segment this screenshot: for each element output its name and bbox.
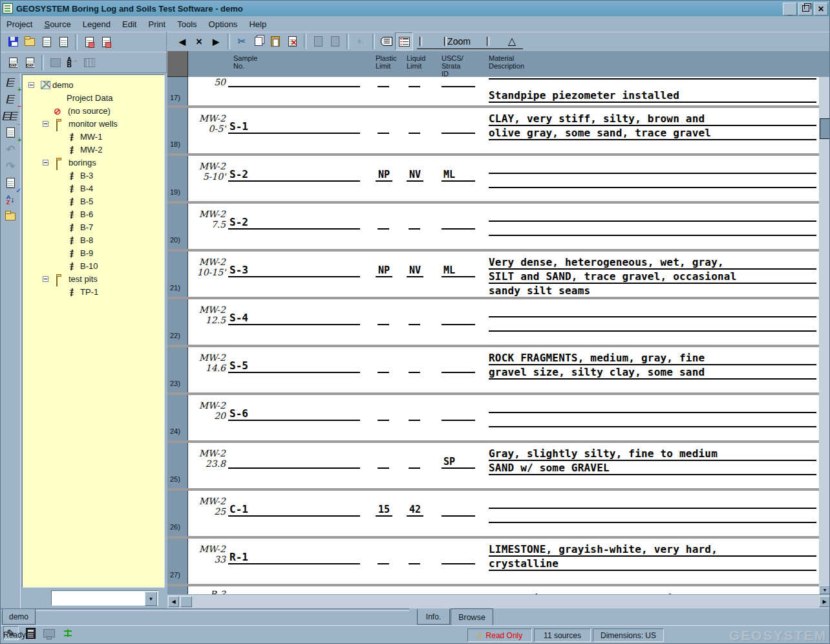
menu-tools[interactable]: Tools bbox=[171, 17, 202, 31]
delete-page-button[interactable] bbox=[284, 33, 301, 50]
tree-item-monitor-wells[interactable]: monitor wells bbox=[23, 118, 164, 131]
sample-no-cell[interactable]: S-4 bbox=[228, 307, 360, 325]
table-row[interactable]: 21)MW-210-15'S-3NPNVMLVery dense, hetero… bbox=[167, 249, 819, 297]
uscs-cell[interactable] bbox=[442, 116, 475, 134]
tree-expander-icon[interactable] bbox=[43, 160, 48, 166]
source-filter-combobox[interactable]: ▼ bbox=[51, 590, 158, 606]
liquid-limit-cell[interactable] bbox=[409, 451, 420, 469]
open-button[interactable] bbox=[21, 34, 38, 50]
uscs-cell[interactable] bbox=[442, 546, 475, 564]
sample-no-cell[interactable]: S-2 bbox=[228, 164, 360, 182]
dxf-import-button[interactable]: DXF bbox=[21, 54, 38, 71]
menu-project[interactable]: Project bbox=[1, 17, 38, 31]
description-line[interactable] bbox=[489, 570, 816, 585]
scroll-right-button[interactable]: ▶ bbox=[819, 596, 830, 607]
vertical-scrollbar[interactable] bbox=[819, 77, 830, 585]
description-line[interactable] bbox=[489, 493, 816, 509]
browse-view-button[interactable] bbox=[395, 32, 413, 50]
uscs-cell[interactable] bbox=[442, 211, 475, 230]
restore-button[interactable] bbox=[798, 3, 813, 16]
save-button[interactable] bbox=[5, 34, 21, 50]
plastic-limit-cell[interactable]: NP bbox=[376, 164, 392, 182]
plastic-limit-cell[interactable] bbox=[378, 546, 389, 564]
sample-no-cell[interactable]: S-3 bbox=[228, 259, 360, 277]
tree-item-borings[interactable]: borings bbox=[23, 156, 164, 169]
connection-button[interactable] bbox=[61, 627, 75, 639]
uscs-cell[interactable] bbox=[442, 77, 475, 87]
close-log-button[interactable] bbox=[81, 34, 98, 50]
liquid-limit-cell[interactable]: NV bbox=[407, 259, 423, 277]
form-view-button[interactable] bbox=[378, 33, 395, 50]
description-line[interactable] bbox=[489, 316, 816, 332]
scrollbar-thumb[interactable] bbox=[820, 118, 830, 139]
tree-item-b-6[interactable]: B-6 bbox=[23, 208, 164, 221]
combobox-dropdown-button[interactable]: ▼ bbox=[145, 592, 157, 606]
copy-button[interactable] bbox=[250, 33, 267, 50]
check-data-button[interactable]: ✓ bbox=[2, 175, 19, 191]
uscs-cell[interactable] bbox=[442, 403, 475, 421]
tree-expander-icon[interactable] bbox=[43, 121, 48, 127]
table-row[interactable]: 20)MW-27.5S-2 bbox=[167, 201, 819, 249]
liquid-limit-cell[interactable]: NV bbox=[407, 164, 423, 182]
description-line[interactable]: olive gray, some sand, trace gravel bbox=[489, 125, 816, 140]
plastic-limit-cell[interactable] bbox=[378, 403, 389, 421]
tree-item-tp-1[interactable]: TP-1 bbox=[23, 286, 164, 299]
plastic-limit-cell[interactable] bbox=[378, 355, 389, 373]
table-row[interactable]: 17)50Standpipe piezometer installed bbox=[167, 77, 819, 105]
liquid-limit-cell[interactable] bbox=[409, 403, 420, 421]
description-line[interactable] bbox=[489, 158, 816, 174]
uscs-cell[interactable] bbox=[442, 355, 475, 373]
description-line[interactable]: gravel size, silty clay, some sand bbox=[489, 364, 816, 380]
liquid-limit-cell[interactable] bbox=[409, 116, 420, 134]
description-line[interactable] bbox=[489, 330, 816, 346]
tree-item-project-data[interactable]: Project Data bbox=[23, 92, 164, 105]
edit-logs-button[interactable] bbox=[38, 34, 55, 50]
uscs-cell[interactable]: SP bbox=[442, 451, 475, 469]
sample-no-cell[interactable] bbox=[228, 451, 360, 469]
boring-log-grid[interactable]: 17)50Standpipe piezometer installed18)MW… bbox=[167, 77, 819, 594]
minimize-button[interactable]: _ bbox=[783, 3, 797, 16]
description-line[interactable]: Standpipe piezometer installed bbox=[489, 87, 816, 103]
plastic-limit-cell[interactable] bbox=[378, 307, 389, 325]
uscs-cell[interactable]: ML bbox=[442, 164, 475, 182]
add-report-button[interactable]: + bbox=[2, 125, 19, 140]
close-button[interactable]: ✕ bbox=[814, 3, 828, 16]
table-row[interactable]: 18)MW-20-5'S-1CLAY, very stiff, silty, b… bbox=[167, 105, 819, 153]
add-boring-button[interactable]: + bbox=[2, 74, 19, 90]
description-line[interactable]: Very dense, heterogeneous, wet, gray, bbox=[489, 254, 816, 270]
sample-no-cell[interactable]: C-1 bbox=[228, 499, 360, 517]
plastic-limit-cell[interactable] bbox=[378, 77, 389, 87]
table-row[interactable]: B-3CLAY, silty, brown, soft, moist bbox=[167, 584, 819, 594]
lab-tests-button[interactable]: △ bbox=[501, 34, 523, 49]
description-line[interactable] bbox=[489, 187, 816, 202]
liquid-limit-cell[interactable] bbox=[409, 355, 420, 373]
description-line[interactable] bbox=[489, 508, 816, 523]
title-bar[interactable]: GEOSYSTEM Boring Log and Soils Test Soft… bbox=[1, 1, 830, 16]
paste-button[interactable] bbox=[267, 33, 284, 50]
uscs-cell[interactable] bbox=[442, 499, 475, 517]
sort-az-button[interactable]: AZ↓ bbox=[2, 192, 19, 208]
zoom-slider[interactable]: Zoom bbox=[417, 34, 501, 49]
description-line[interactable]: SILT and SAND, trace gravel, occasional bbox=[489, 268, 816, 284]
description-line[interactable]: LIMESTONE, grayish-white, very hard, bbox=[489, 541, 816, 557]
tab-demo[interactable]: demo bbox=[2, 609, 36, 625]
scroll-left-button[interactable]: ◀ bbox=[168, 596, 179, 607]
edit-reports-button[interactable] bbox=[55, 34, 72, 50]
description-line[interactable]: Gray, slightly silty, fine to medium bbox=[489, 445, 816, 461]
monitor-button[interactable] bbox=[42, 627, 56, 639]
horizontal-scrollbar[interactable]: ◀ ▶ bbox=[167, 594, 830, 608]
menu-options[interactable]: Options bbox=[203, 17, 244, 31]
liquid-limit-cell[interactable]: 42 bbox=[407, 499, 423, 517]
description-line[interactable] bbox=[489, 235, 816, 250]
uscs-cell[interactable] bbox=[442, 307, 475, 325]
description-line[interactable]: SAND w/ some GRAVEL bbox=[489, 460, 816, 475]
description-line[interactable] bbox=[489, 426, 816, 442]
description-line[interactable] bbox=[489, 398, 816, 413]
delete-record-button[interactable]: ✕ bbox=[191, 33, 208, 50]
table-row[interactable]: 26)MW-225C-11542 bbox=[167, 488, 819, 536]
table-row[interactable]: 19)MW-25-10'S-2NPNVML bbox=[167, 153, 819, 201]
tree-expander-icon[interactable] bbox=[43, 276, 48, 282]
close-report-button[interactable] bbox=[98, 34, 114, 50]
plastic-limit-cell[interactable] bbox=[378, 116, 389, 134]
table-row[interactable]: 25)MW-223.8SPGray, slightly silty, fine … bbox=[167, 440, 819, 488]
